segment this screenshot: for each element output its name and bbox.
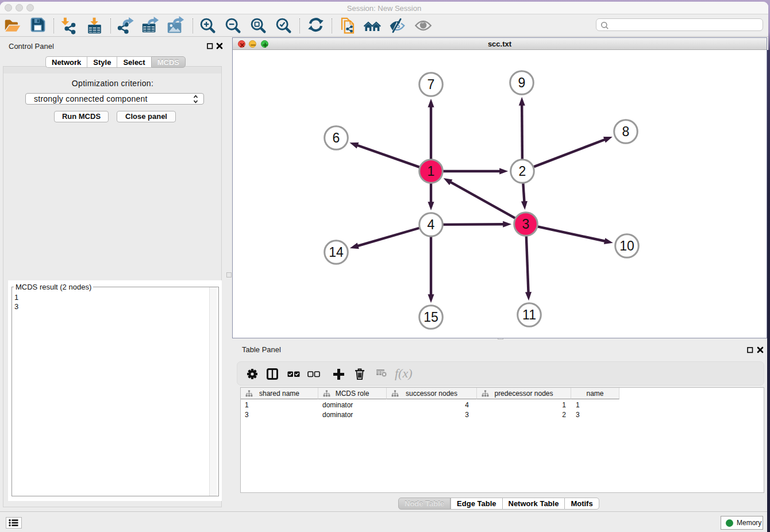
svg-text:15: 15 [424, 310, 438, 325]
svg-text:3: 3 [522, 217, 530, 232]
svg-text:10: 10 [619, 238, 634, 253]
svg-text:1: 1 [428, 164, 435, 179]
svg-text:7: 7 [428, 77, 435, 92]
svg-text:4: 4 [428, 217, 435, 232]
svg-text:9: 9 [518, 75, 526, 90]
svg-text:2: 2 [519, 164, 526, 179]
svg-text:14: 14 [329, 245, 344, 260]
svg-text:11: 11 [522, 307, 536, 322]
svg-text:6: 6 [333, 130, 340, 145]
svg-text:8: 8 [622, 124, 630, 139]
